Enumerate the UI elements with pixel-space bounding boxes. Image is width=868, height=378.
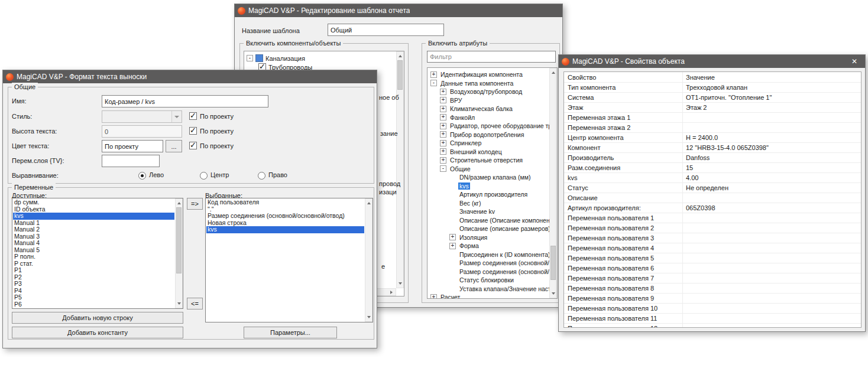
tree-item[interactable]: -Данные типа компонента xyxy=(428,79,549,88)
tree-item[interactable]: -Общие xyxy=(428,165,549,174)
add-constant-button[interactable]: Добавить константу xyxy=(12,327,183,338)
tree-item[interactable]: +Климатическая балка xyxy=(428,105,549,113)
expand-icon[interactable]: + xyxy=(440,97,446,103)
height-by-project-checkbox[interactable] xyxy=(189,127,197,135)
tree-item[interactable]: +ВРУ xyxy=(428,96,549,105)
list-item[interactable]: P1 xyxy=(13,267,174,274)
align-left-radio[interactable] xyxy=(138,172,146,180)
expand-icon[interactable]: + xyxy=(440,106,446,112)
tree-item[interactable]: Присоединен к (ID компонента) xyxy=(428,250,549,259)
property-row[interactable]: Переменная пользователя 7 xyxy=(564,273,861,284)
expand-icon[interactable]: + xyxy=(440,148,446,155)
expand-icon[interactable]: + xyxy=(449,243,456,249)
list-item[interactable]: kvs xyxy=(206,226,364,233)
scroll-right-icon[interactable] xyxy=(388,289,396,295)
property-row[interactable]: Тип компонентаТрехходовой клапан xyxy=(564,83,861,93)
tree-item[interactable]: +Спринклер xyxy=(428,139,549,148)
tree-item[interactable]: Описание (описание размеров) xyxy=(428,224,549,233)
property-row[interactable]: Переменная пользователя 4 xyxy=(564,243,861,253)
text-height-input[interactable]: 0 xyxy=(102,125,182,138)
style-by-project-checkbox[interactable] xyxy=(189,112,197,120)
titlebar[interactable]: MagiCAD V&P - Свойства объекта ✕ xyxy=(559,55,865,68)
layer-variable-input[interactable] xyxy=(102,155,160,167)
titlebar[interactable]: MagiCAD V&P - Редактирование шаблона отч… xyxy=(235,4,562,17)
scroll-up-icon[interactable] xyxy=(365,199,372,207)
mixed-checkbox[interactable] xyxy=(255,54,263,62)
property-row[interactable]: Переменная пользователя 6 xyxy=(564,263,861,273)
property-row[interactable]: Переменная пользователя 2 xyxy=(564,223,861,233)
property-row[interactable]: СистемаОТ1-приточн. "Отопление 1" xyxy=(564,93,861,103)
property-row[interactable]: Переменная пользователя 12 xyxy=(564,324,861,328)
color-picker-button[interactable]: ... xyxy=(166,140,182,152)
collapse-icon[interactable]: - xyxy=(430,80,437,86)
property-column-header[interactable]: Свойство xyxy=(568,72,596,83)
list-item[interactable]: Размер соединения (основной/основной/отв… xyxy=(206,213,364,220)
scroll-down-icon[interactable] xyxy=(176,300,182,308)
expand-icon[interactable]: + xyxy=(440,123,446,129)
collapse-icon[interactable]: - xyxy=(440,165,446,172)
selected-list-vscrollbar[interactable] xyxy=(365,198,373,322)
text-color-input[interactable]: По проекту xyxy=(102,140,163,152)
tree-item[interactable]: Размер соединения (основной/с xyxy=(428,259,549,268)
list-item[interactable]: P полн. xyxy=(13,253,174,260)
add-new-row-button[interactable]: Добавить новую строку xyxy=(12,312,183,324)
expand-icon[interactable]: + xyxy=(440,114,446,120)
template-name-input[interactable]: Общий xyxy=(328,24,444,36)
value-column-header[interactable]: Значение xyxy=(686,72,715,83)
expand-icon[interactable]: + xyxy=(440,131,446,138)
tree-item[interactable]: Размер соединения (основной/с xyxy=(428,268,549,276)
name-input[interactable]: Код-размер / kvs xyxy=(102,95,268,107)
close-icon[interactable]: ✕ xyxy=(847,55,862,68)
tree-item[interactable]: +Воздуховод/трубопровод xyxy=(428,87,549,96)
list-item[interactable]: Manual 4 xyxy=(13,240,174,247)
tree-item[interactable]: +Радиатор, прочее оборудование труб( xyxy=(428,122,549,131)
property-row[interactable]: Переменная пользователя 10 xyxy=(564,304,861,314)
property-row[interactable]: ПроизводительDanfoss xyxy=(564,153,861,163)
tree-item[interactable]: - Канализация xyxy=(247,54,305,63)
property-row[interactable]: Описание xyxy=(564,193,861,203)
property-row[interactable]: Переменная пользователя 11 xyxy=(564,314,861,324)
property-row[interactable]: Артикул производителя:065Z0398 xyxy=(564,203,861,213)
property-row[interactable]: Переменная пользователя 5 xyxy=(564,253,861,263)
property-row[interactable]: Переменная пользователя 8 xyxy=(564,284,861,294)
list-item[interactable]: Новая строка xyxy=(206,220,364,227)
tree-item[interactable]: kvs xyxy=(428,182,549,191)
titlebar[interactable]: MagiCAD V&P - Формат текста выноски xyxy=(3,70,377,83)
filter-input[interactable]: Фильтр xyxy=(427,51,556,63)
list-item[interactable]: P5 xyxy=(13,294,174,301)
attributes-tree-vscrollbar[interactable] xyxy=(549,68,557,298)
property-row[interactable]: Центр компонентаH = 2400.0 xyxy=(564,133,861,143)
property-row[interactable]: Переменная этажа 2 xyxy=(564,123,861,133)
scroll-down-icon[interactable] xyxy=(397,280,403,288)
components-tree-vscrollbar[interactable] xyxy=(396,51,404,288)
scrollbar-thumb[interactable] xyxy=(397,60,403,90)
scrollbar-thumb[interactable] xyxy=(176,207,182,273)
color-by-project-checkbox[interactable] xyxy=(189,142,197,149)
scrollbar-thumb[interactable] xyxy=(550,246,556,280)
collapse-icon[interactable]: - xyxy=(247,55,253,61)
move-left-button[interactable]: <= xyxy=(187,298,203,309)
expand-icon[interactable]: + xyxy=(440,157,446,164)
available-list-vscrollbar[interactable] xyxy=(175,198,183,308)
expand-icon[interactable]: + xyxy=(449,234,456,240)
expand-icon[interactable]: + xyxy=(430,71,437,78)
expand-icon[interactable]: + xyxy=(440,140,446,146)
align-right-radio[interactable] xyxy=(258,172,265,180)
tree-item[interactable]: +Внешний колодец xyxy=(428,148,549,157)
list-item[interactable]: P6 xyxy=(13,301,174,308)
scroll-down-icon[interactable] xyxy=(550,290,556,298)
tree-item[interactable]: +Фанкойл xyxy=(428,113,549,122)
property-row[interactable]: Переменная пользователя 3 xyxy=(564,233,861,243)
list-item[interactable]: kvs xyxy=(13,213,174,220)
tree-item[interactable]: Уставка клапана/Значение наст xyxy=(428,285,549,294)
property-row[interactable]: СтатусНе определен xyxy=(564,183,861,193)
tree-item[interactable]: +Прибор водопотребления xyxy=(428,131,549,139)
scroll-up-icon[interactable] xyxy=(397,52,403,60)
available-list[interactable]: dp сумм.ID объектаkvsManual 1Manual 2Man… xyxy=(12,198,183,309)
list-item[interactable]: ID объекта xyxy=(13,206,174,213)
parameters-button[interactable]: Параметры... xyxy=(244,327,337,338)
tree-item[interactable]: +Форма xyxy=(428,242,549,250)
property-row[interactable]: Разм.соединения15 xyxy=(564,163,861,173)
list-item[interactable]: P стат. xyxy=(13,260,174,268)
scroll-up-icon[interactable] xyxy=(550,69,556,76)
